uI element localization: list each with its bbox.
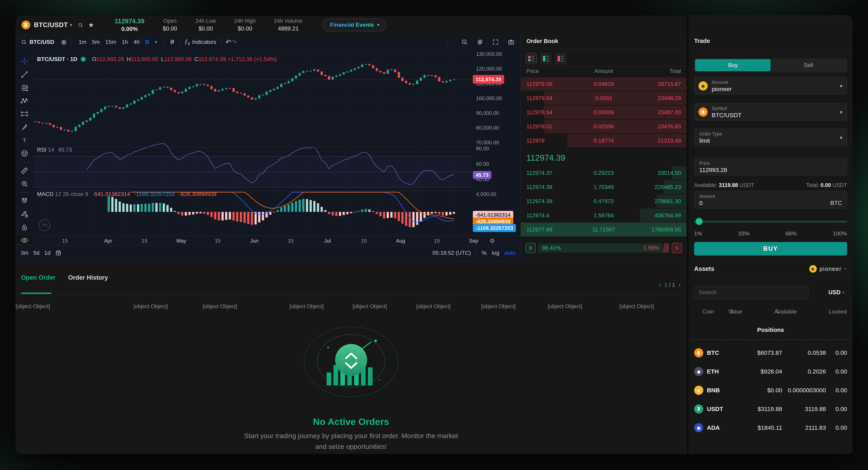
symbol-select[interactable]: ฿ Symbol BTC/USDT ▾ [694,103,847,121]
clock[interactable]: 05:18:52 (UTC) [432,250,471,256]
crosshair-icon[interactable] [18,55,31,68]
auto-scale-button[interactable]: auto [504,250,516,256]
price-axis-label: 80,000.00 [476,125,499,131]
bid-row[interactable]: 112974.38 1.70349 225465.23 [521,180,687,194]
brush-icon[interactable] [18,121,31,134]
percent-scale-button[interactable]: % [482,250,487,256]
timeframe-button[interactable]: 15m [105,39,116,45]
emoji-icon[interactable] [18,147,31,160]
timeframe-button[interactable]: 1m [79,39,87,45]
ask-row[interactable]: 112979.04 0.0001 23498.29 [521,91,687,105]
unlock-icon[interactable] [18,221,31,234]
chart-toolbar: BTC/USD ⊕ 1m5m15m1h4hD ▾ ƒxIndicators ↶ … [16,34,521,50]
timeframe-button[interactable]: 4h [133,39,140,45]
undo-icon[interactable]: ↶ [225,38,231,46]
measure-icon[interactable] [18,164,31,177]
screenshot-camera-icon[interactable] [508,39,515,46]
asset-row[interactable]: ₮ USDT $3119.88 3119.88 0.00 [688,400,852,418]
coin-icon: ₮ [694,405,703,414]
chart-settings-gear-icon[interactable] [476,39,484,46]
fullscreen-icon[interactable] [492,39,499,46]
trend-line-icon[interactable] [18,68,31,81]
buy-tab[interactable]: Buy [695,59,771,71]
page-next-icon[interactable]: › [679,282,681,288]
bid-row[interactable]: 112974.4 1.56764 456764.49 [521,208,687,223]
order-type-select[interactable]: Order Type limit ▾ [694,128,847,146]
magnet-icon[interactable] [18,195,31,207]
amount-slider[interactable] [694,218,847,225]
chart-symbol-search[interactable]: BTC/USD [21,39,54,45]
no-orders-empty-state: No Active Orders Start your trading jour… [231,321,471,452]
orderbook-view-split-icon[interactable] [526,53,537,64]
tools-divider[interactable] [18,160,31,164]
time-axis[interactable]: 15Apr15May15Jun15Jul15Aug15Sep ⚙ [33,236,521,245]
xabcd-pattern-icon[interactable] [18,94,31,107]
redo-icon[interactable]: ↷ [231,38,237,46]
slider-mark[interactable]: 1% [694,230,702,237]
tools-divider[interactable] [18,191,31,194]
chevron-down-icon: ▾ [840,135,842,141]
macd-axis-label: 4,000.00 [476,191,496,197]
bid-row[interactable]: 112974.37 0.29223 33014.50 [521,166,687,180]
bid-row[interactable]: 112977.99 11.71507 1780309.55 [521,223,687,237]
ask-row[interactable]: 112978.54 0.00009 23487.00 [521,105,687,119]
time-axis-settings-icon[interactable]: ⚙ [490,237,495,244]
drawing-lock-icon[interactable] [18,208,31,221]
slider-mark[interactable]: 66% [785,230,797,237]
chevron-down-icon: ▾ [377,22,379,28]
price-axis-label: 120,000.00 [476,66,502,72]
fib-retracement-icon[interactable] [18,81,31,94]
page-prev-icon[interactable]: ‹ [659,282,661,288]
currency-select[interactable]: USD˅ [828,289,845,296]
log-scale-button[interactable]: log [492,250,499,256]
compare-add-button[interactable]: ⊕ [61,38,67,46]
orderbook-view-asks-icon[interactable] [555,53,566,64]
account-select[interactable]: ◈ Account pioneer ▾ [694,77,847,94]
time-axis-label: 15 [62,238,68,244]
indicators-button[interactable]: ƒxIndicators [185,38,216,46]
drawing-toolbar: T [16,50,33,236]
binance-account-icon: ◈ [699,81,708,90]
text-tool-icon[interactable]: T [18,134,31,147]
asset-search-input[interactable]: Search [694,286,809,299]
timeframe-chevron-icon[interactable]: ▾ [155,39,157,45]
financial-events-button[interactable]: Financial Events ▾ [323,19,386,31]
slider-mark[interactable]: 33% [738,230,749,237]
timeframe-button[interactable]: D [146,39,149,45]
ask-row[interactable]: 112978.01 0.02006 23476.83 [521,119,687,134]
forecast-icon[interactable] [18,108,31,120]
quick-search-icon[interactable] [461,39,468,46]
asset-row[interactable]: ◈ BNB $0.00 0.0000003000 0.00 [688,381,852,400]
pair-title[interactable]: BTC/USDT [34,21,68,29]
asset-row[interactable]: ◆ ETH $928.04 0.2026 0.00 [688,362,852,381]
sell-tab[interactable]: Sell [771,59,846,71]
rsi-value-badge: 45.73 [473,171,491,179]
orders-tab[interactable]: Order History [68,274,108,281]
slider-knob[interactable] [696,218,703,225]
series-status-dot[interactable] [80,56,87,62]
ask-row[interactable]: 112978 0.18774 21210.49 [521,134,687,148]
asset-row[interactable]: ฿ BTC $6073.87 0.0538 0.00 [688,344,852,362]
timeframe-button[interactable]: 1h [122,39,128,45]
pair-chevron-down-icon[interactable]: ▾ [70,22,72,28]
zoom-in-icon[interactable] [18,177,31,190]
orderbook-view-bids-icon[interactable] [540,53,552,64]
amount-input[interactable]: Amount 0 BTC [694,191,847,208]
symbol-search-icon[interactable] [78,22,84,28]
assets-account-select[interactable]: ◈ pioneer ˅ [809,265,847,273]
asset-row[interactable]: ◉ ADA $1845.11 2111.83 0.00 [688,418,852,437]
range-button[interactable]: 1d [44,250,51,256]
price-input[interactable]: Price 112993.28 [694,158,847,175]
price-chart[interactable] [33,50,472,236]
favorite-star-icon[interactable]: ★ [88,21,94,29]
ask-row[interactable]: 112979.05 0.04618 28715.67 [521,77,687,91]
slider-mark[interactable]: 100% [833,230,847,237]
buy-button[interactable]: BUY [694,242,847,256]
candle-style-icon[interactable] [169,39,176,45]
range-button[interactable]: 3m [21,250,29,256]
bid-row[interactable]: 112974.39 0.47972 279661.30 [521,194,687,208]
orders-tab[interactable]: Open Order [21,274,55,281]
go-to-date-icon[interactable] [55,250,62,256]
range-button[interactable]: 5d [33,250,39,256]
timeframe-button[interactable]: 5m [92,39,100,45]
